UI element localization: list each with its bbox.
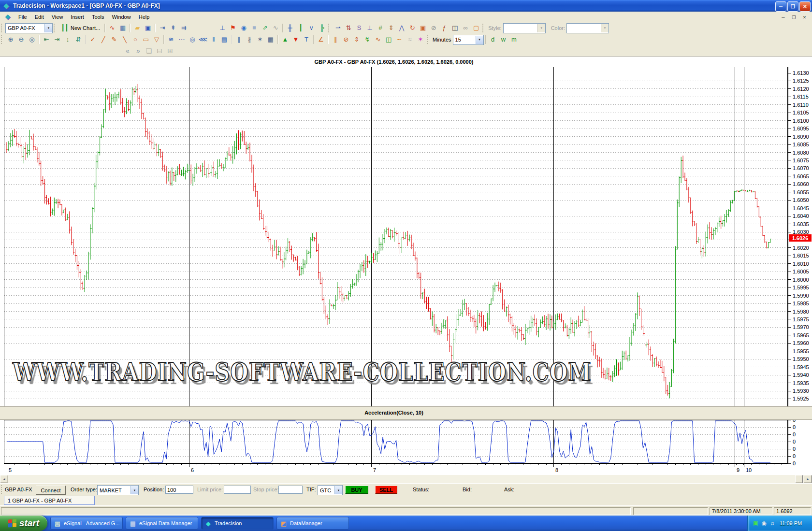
merge-pages-icon[interactable]: ⇉ — [178, 23, 189, 33]
task-datamanager[interactable]: ◩DataManager — [276, 517, 349, 530]
minutes-combo[interactable]: 15 ▼ — [453, 35, 484, 45]
parallel-lines-icon[interactable]: ∥ — [233, 35, 244, 44]
chevron-down-icon[interactable]: ▼ — [476, 36, 483, 44]
range-measure-icon[interactable]: ⇕ — [351, 35, 362, 44]
chevron-down-icon[interactable]: ▼ — [130, 486, 138, 494]
weekly-period-icon[interactable]: w — [498, 35, 509, 44]
fib-retracement-icon[interactable]: ≋ — [166, 35, 176, 44]
volume-icon[interactable]: ♫ — [768, 518, 776, 528]
chart-trade-icon[interactable]: ⊥ — [364, 23, 375, 33]
pan-icon[interactable]: ◎ — [27, 35, 37, 44]
strategy-list-icon[interactable]: ≡ — [249, 23, 260, 33]
regression-icon[interactable]: ∥ — [330, 35, 341, 44]
child-close-button[interactable]: ✕ — [800, 13, 809, 21]
position-icon[interactable]: ⇕ — [386, 23, 396, 33]
toolbar-grip[interactable] — [1, 24, 4, 32]
ray-line-icon[interactable]: ╲ — [119, 35, 130, 44]
menu-window[interactable]: Window — [108, 13, 135, 21]
menu-insert[interactable]: Insert — [67, 13, 88, 21]
last-bar-icon[interactable]: ⇥ — [52, 35, 62, 44]
tif-combo[interactable]: GTC ▼ — [318, 485, 343, 495]
limit-price-input[interactable] — [224, 486, 251, 494]
buy-arrow-icon[interactable]: ▲ — [280, 35, 290, 44]
pointer-check-icon[interactable]: ✓ — [87, 35, 98, 44]
tab-gbp-a0-fx[interactable]: 1 GBP A0-FX - GBP A0-FX — [4, 496, 95, 505]
fib-circles-icon[interactable]: ◎ — [187, 35, 198, 44]
order-type-combo[interactable]: MARKET ▼ — [97, 485, 139, 495]
triangle-icon[interactable]: ▽ — [151, 35, 162, 44]
scroll-left-button[interactable]: ◄ — [0, 475, 8, 483]
toolbar-grip[interactable] — [427, 35, 430, 44]
fib-grid-icon[interactable]: ▤ — [219, 35, 230, 44]
scroll-right-button[interactable]: ► — [804, 475, 812, 483]
angle-icon[interactable]: ∠ — [316, 35, 326, 44]
zigzag-icon[interactable]: ∿ — [373, 35, 383, 44]
search-pattern-icon[interactable]: ⊘ — [341, 35, 351, 44]
window-titlebar[interactable]: ◆ Tradecision - Workspace1 - [GBP A0-FX … — [0, 0, 812, 12]
erase-icon[interactable]: ⊘ — [428, 23, 439, 33]
save-icon[interactable]: ▣ — [143, 23, 153, 33]
task-tradecision[interactable]: ◆Tradecision — [201, 517, 274, 530]
back-icon[interactable]: « — [122, 46, 133, 56]
menu-edit[interactable]: Edit — [31, 13, 48, 21]
zoom-out-icon[interactable]: ⊖ — [16, 35, 27, 44]
fib-timezones-icon[interactable]: ‖ — [208, 35, 219, 44]
fit-vertical-icon[interactable]: ↕ — [62, 35, 73, 44]
star-tool-icon[interactable]: ✶ — [415, 35, 426, 44]
ohlc-style-icon[interactable]: ╫ — [285, 23, 295, 33]
menu-view[interactable]: View — [48, 13, 67, 21]
import-data-icon[interactable]: ⇥ — [157, 23, 168, 33]
start-button[interactable]: start — [0, 516, 47, 531]
auto-trade-icon[interactable]: ⋀ — [396, 23, 407, 33]
task-esignal-data-manager[interactable]: ▤eSignal Data Manager — [126, 517, 198, 530]
child-restore-button[interactable]: ❐ — [789, 13, 798, 21]
chevron-down-icon[interactable]: ▼ — [334, 486, 342, 494]
pitchfork-icon[interactable]: ✶ — [255, 35, 265, 44]
menu-tools[interactable]: Tools — [88, 13, 108, 21]
restore-button[interactable]: ❐ — [787, 1, 798, 12]
wave-faded-icon[interactable]: ≈ — [405, 35, 415, 44]
updown-order-icon[interactable]: ⇅ — [343, 23, 354, 33]
menu-file[interactable]: File — [14, 13, 31, 21]
half-line-icon[interactable]: ↯ — [362, 35, 373, 44]
text-label-icon[interactable]: T — [301, 35, 312, 44]
minimize-button[interactable]: ─ — [775, 1, 786, 12]
chevron-down-icon[interactable]: ▼ — [44, 24, 52, 32]
send-order-icon[interactable]: ⇀ — [333, 23, 343, 33]
zoom-in-icon[interactable]: ⊕ — [5, 35, 16, 44]
tile-horizontal-icon[interactable]: ⊟ — [154, 46, 165, 56]
stop-price-input[interactable] — [278, 486, 303, 494]
close-button[interactable]: ✕ — [799, 1, 811, 12]
trendline-icon[interactable]: ╱ — [98, 35, 109, 44]
toolbar-grip[interactable] — [328, 24, 332, 32]
daily-period-icon[interactable]: d — [488, 35, 498, 44]
n-bars-icon[interactable]: ◫ — [383, 35, 394, 44]
pencil-icon[interactable]: ✎ — [109, 35, 119, 44]
position-input[interactable] — [165, 486, 193, 494]
first-bar-icon[interactable]: ⇤ — [41, 35, 52, 44]
cascade-windows-icon[interactable]: ❏ — [144, 46, 154, 56]
connect-button[interactable]: Connect — [36, 486, 66, 495]
child-minimize-button[interactable]: ─ — [779, 13, 788, 21]
numbers-icon[interactable]: # — [375, 23, 386, 33]
strategy-tester-icon[interactable]: ∿ — [270, 23, 281, 33]
monthly-period-icon[interactable]: m — [509, 35, 520, 44]
chart-wizard-icon[interactable]: ∿ — [107, 23, 117, 33]
open-folder-icon[interactable]: ▰ — [132, 23, 143, 33]
toolbar-grip[interactable] — [1, 35, 4, 44]
forward-icon[interactable]: » — [133, 46, 144, 56]
ellipse-icon[interactable]: ○ — [130, 35, 141, 44]
chart-window[interactable]: 1.61301.61251.61201.61151.61101.61051.61… — [0, 56, 812, 483]
strategy-builder-icon[interactable]: ⇗ — [260, 23, 270, 33]
fib-fan-icon[interactable]: ⋘ — [198, 35, 208, 44]
export-page-icon[interactable]: ⇞ — [168, 23, 178, 33]
select-region-icon[interactable]: ▢ — [471, 23, 481, 33]
dll-icon[interactable]: ◫ — [450, 23, 460, 33]
toolbar-grip[interactable] — [54, 24, 57, 32]
sim-trade-icon[interactable]: S — [354, 23, 364, 33]
scroll-thumb[interactable] — [795, 475, 803, 483]
close-line-icon[interactable]: ∨ — [306, 23, 317, 33]
tray-clock[interactable]: 11:09 PM — [780, 520, 802, 526]
symbol-combo[interactable]: GBP A0-FX ▼ — [5, 23, 53, 33]
links-icon[interactable]: ∞ — [460, 23, 471, 33]
